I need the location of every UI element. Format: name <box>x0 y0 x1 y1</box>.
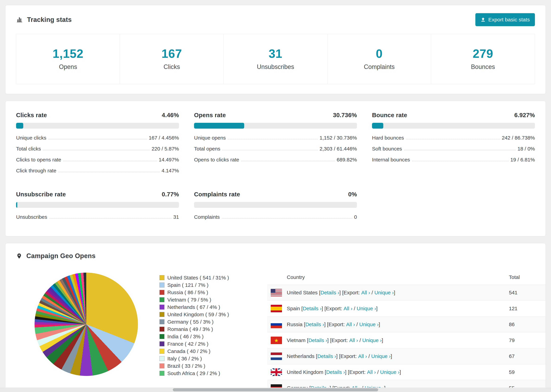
export-all-link[interactable]: All › <box>358 353 367 359</box>
stat-line: Total opens2,303 / 61.446% <box>194 143 357 154</box>
bounce-rate-section: Bounce rate 6.927% Hard bounces242 / 86.… <box>372 112 535 176</box>
export-all-link[interactable]: All › <box>367 369 376 375</box>
geo-table: Country Total United States [Details ›] … <box>267 270 545 392</box>
export-basic-stats-button[interactable]: Export basic stats <box>475 13 535 26</box>
rate-title: Clicks rate <box>16 112 47 119</box>
rate-title: Opens rate <box>194 112 226 119</box>
stat-bounces: 279 Bounces <box>431 34 535 84</box>
total-value: 79 <box>506 332 545 348</box>
stat-line: Opens to clicks rate689.82% <box>194 154 357 165</box>
stat-clicks: 167 Clicks <box>120 34 224 84</box>
export-unique-link[interactable]: Unique › <box>362 337 381 343</box>
opens-rate-progress-bar <box>194 123 357 129</box>
united-states-flag-icon <box>271 289 282 296</box>
table-row-vietnam: Vietnam [Details ›] [Export: All › / Uni… <box>267 332 545 348</box>
total-column-header: Total <box>506 270 545 285</box>
stat-line: Unique clicks167 / 4.456% <box>16 132 179 143</box>
rate-title: Complaints rate <box>194 191 240 198</box>
total-value: 86 <box>506 317 545 332</box>
bar-chart-icon <box>16 16 23 23</box>
table-row-spain: Spain [Details ›] [Export: All › / Uniqu… <box>267 301 545 317</box>
stat-line: Clicks to opens rate14.497% <box>16 154 179 165</box>
stat-label: Complaints <box>327 63 431 70</box>
export-all-link[interactable]: All › <box>344 306 353 311</box>
export-unique-link[interactable]: Unique › <box>374 290 394 295</box>
details-link[interactable]: Details › <box>303 306 322 311</box>
tracking-stats-card: Tracking stats Export basic stats 1,152 … <box>5 5 546 94</box>
tracking-stats-title: Tracking stats <box>16 16 72 23</box>
stat-line: Unique opens1,152 / 30.736% <box>194 132 357 143</box>
stat-line: Click through rate4.147% <box>16 165 179 176</box>
stat-line: Total clicks220 / 5.87% <box>16 143 179 154</box>
clicks-rate-progress-bar <box>16 123 179 129</box>
rate-percent: 4.46% <box>162 112 179 119</box>
export-all-link[interactable]: All › <box>346 322 355 327</box>
horizontal-scrollbar-track <box>0 388 551 392</box>
export-unique-link[interactable]: Unique › <box>371 353 391 359</box>
card-title-text: Campaign Geo Opens <box>26 252 95 260</box>
legend-item: United Kingdom ( 59 / 3% ) <box>160 311 245 318</box>
complaints-rate-section: Complaints rate 0% Complaints0 <box>194 191 357 223</box>
details-link[interactable]: Details › <box>317 353 336 359</box>
details-link[interactable]: Details › <box>308 337 327 343</box>
rate-percent: 0% <box>348 191 357 198</box>
legend-item: Italy ( 36 / 2% ) <box>160 355 245 362</box>
export-unique-link[interactable]: Unique › <box>380 369 399 375</box>
legend-item: Spain ( 121 / 7% ) <box>160 281 245 289</box>
legend-item: United States ( 541 / 31% ) <box>160 274 245 281</box>
rate-percent: 0.77% <box>162 191 179 198</box>
stat-value: 0 <box>327 47 431 61</box>
rates-card: Clicks rate 4.46% Unique clicks167 / 4.4… <box>5 101 546 236</box>
legend-swatch <box>160 275 164 280</box>
stat-line: Hard bounces242 / 86.738% <box>372 132 535 143</box>
stat-line: Complaints0 <box>194 211 357 223</box>
progress-fill <box>16 202 17 208</box>
rate-percent: 30.736% <box>333 112 357 119</box>
geo-header: Campaign Geo Opens <box>6 243 545 263</box>
spain-flag-icon <box>271 305 282 312</box>
unsubscribe-rate-progress-bar <box>16 202 179 208</box>
unsubscribe-rate-section: Unsubscribe rate 0.77% Unsubscribes31 <box>16 191 179 223</box>
export-all-link[interactable]: All › <box>361 290 370 295</box>
details-link[interactable]: Details › <box>305 322 324 327</box>
export-unique-link[interactable]: Unique › <box>357 306 376 311</box>
details-link[interactable]: Details › <box>320 290 339 295</box>
map-pin-icon <box>16 253 22 259</box>
total-value: 67 <box>506 348 545 364</box>
legend-swatch <box>160 371 164 376</box>
details-link[interactable]: Details › <box>326 369 345 375</box>
legend-item: South Africa ( 29 / 2% ) <box>160 370 245 377</box>
legend-item: Vietnam ( 79 / 5% ) <box>160 296 245 303</box>
legend-swatch <box>160 349 164 354</box>
legend-swatch <box>160 341 164 346</box>
legend-swatch <box>160 334 164 339</box>
country-column-header: Country <box>267 270 506 285</box>
card-title-text: Tracking stats <box>27 16 72 23</box>
campaign-geo-opens-card: Campaign Geo Opens United States ( 541 /… <box>5 243 546 392</box>
rate-title: Bounce rate <box>372 112 407 119</box>
opens-rate-section: Opens rate 30.736% Unique opens1,152 / 3… <box>194 112 357 176</box>
legend-swatch <box>160 356 164 361</box>
export-all-link[interactable]: All › <box>349 337 358 343</box>
stats-summary-row: 1,152 Opens 167 Clicks 31 Unsubscribes 0… <box>16 34 535 84</box>
progress-fill <box>372 123 383 129</box>
export-unique-link[interactable]: Unique › <box>359 322 379 327</box>
stat-label: Opens <box>16 63 120 70</box>
stat-label: Clicks <box>120 63 224 70</box>
progress-fill <box>194 123 244 129</box>
stat-complaints: 0 Complaints <box>327 34 431 84</box>
legend-item: India ( 46 / 3% ) <box>160 333 245 340</box>
legend-item: Romania ( 49 / 3% ) <box>160 325 245 333</box>
tracking-stats-header: Tracking stats Export basic stats <box>6 5 545 33</box>
stat-value: 167 <box>120 47 224 61</box>
table-row-netherlands: Netherlands [Details ›] [Export: All › /… <box>267 348 545 364</box>
geo-content: United States ( 541 / 31% ) Spain ( 121 … <box>6 263 545 392</box>
horizontal-scrollbar-thumb[interactable] <box>173 388 378 391</box>
stat-unsubscribes: 31 Unsubscribes <box>224 34 327 84</box>
table-row-russia: Russia [Details ›] [Export: All › / Uniq… <box>267 317 545 332</box>
total-value: 59 <box>506 364 545 380</box>
export-button-label: Export basic stats <box>488 17 530 23</box>
geo-title: Campaign Geo Opens <box>16 252 95 260</box>
rate-percent: 6.927% <box>514 112 535 119</box>
netherlands-flag-icon <box>271 352 282 360</box>
